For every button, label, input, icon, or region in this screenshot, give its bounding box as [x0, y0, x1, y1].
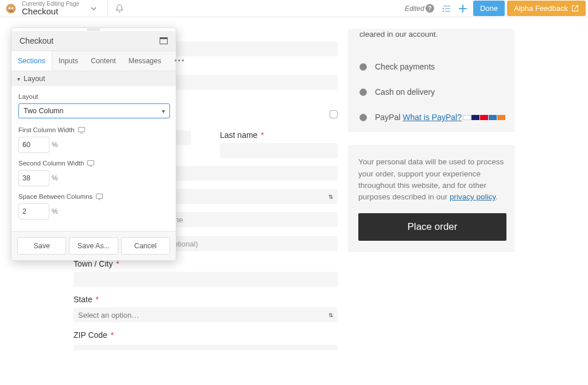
maximize-icon[interactable]: [160, 37, 168, 44]
percent-unit: %: [52, 207, 63, 215]
editor-topbar: Currently Editing Page Checkout Edited ?…: [0, 0, 588, 17]
layout-section-header[interactable]: ▾ Layout: [11, 71, 176, 86]
desktop-icon[interactable]: [96, 194, 103, 199]
last-name-label: Last name: [220, 130, 257, 140]
notifications-button[interactable]: [108, 0, 131, 17]
radio-icon: [359, 114, 367, 121]
desktop-icon[interactable]: [87, 160, 94, 165]
payment-option-label: PayPal: [375, 113, 400, 122]
panel-save-as-button[interactable]: Save As...: [69, 237, 118, 255]
page-dropdown-toggle[interactable]: [79, 0, 108, 17]
layout-field-label: Layout: [18, 93, 170, 100]
second-col-width-label: Second Column Width: [18, 160, 84, 167]
page-title: Checkout: [22, 7, 79, 17]
payment-option-check[interactable]: Check payments: [348, 54, 514, 79]
payment-option-cod[interactable]: Cash on delivery: [348, 79, 514, 105]
help-icon[interactable]: ?: [425, 4, 434, 13]
panel-cancel-button[interactable]: Cancel: [121, 237, 170, 255]
percent-unit: %: [52, 174, 63, 182]
layout-dropdown[interactable]: Two Column ▾: [18, 103, 170, 118]
chevron-down-icon: ▾: [17, 76, 20, 82]
svg-point-1: [9, 7, 10, 9]
payment-option-label: Check payments: [375, 62, 435, 71]
done-button[interactable]: Done: [473, 1, 505, 16]
privacy-text: Your personal data will be used to proce…: [358, 156, 504, 203]
last-name-input[interactable]: [220, 143, 338, 158]
panel-save-button[interactable]: Save: [17, 237, 66, 255]
payment-methods: cleared in our account. Check payments C…: [348, 29, 514, 132]
first-col-width-label: First Column Width: [18, 126, 75, 133]
state-select-placeholder: Select an option…: [78, 311, 139, 319]
panel-title: Checkout: [20, 36, 160, 45]
tab-sections[interactable]: Sections: [11, 51, 52, 71]
radio-icon: [359, 63, 367, 71]
chevron-updown-icon: ⇅: [328, 194, 333, 200]
tab-inputs[interactable]: Inputs: [52, 51, 84, 71]
tab-more-button[interactable]: •••: [168, 52, 192, 70]
privacy-order-box: Your personal data will be used to proce…: [348, 145, 514, 252]
svg-point-2: [11, 7, 13, 9]
town-input[interactable]: [74, 272, 338, 287]
svg-point-6: [443, 8, 444, 9]
payment-option-paypal[interactable]: PayPal What is PayPal?: [348, 105, 514, 130]
privacy-policy-link[interactable]: privacy policy: [450, 192, 496, 201]
svg-point-7: [443, 10, 444, 11]
alpha-feedback-label: Alpha Feedback: [514, 4, 568, 13]
state-label: State: [74, 295, 92, 304]
bank-transfer-note-fragment: cleared in our account.: [359, 29, 503, 51]
edited-indicator: Edited: [405, 5, 424, 13]
desktop-icon[interactable]: [78, 127, 85, 132]
sidebar-column: cleared in our account. Check payments C…: [348, 29, 514, 352]
panel-body[interactable]: ▾ Layout Layout Two Column ▾ First Colum…: [11, 71, 176, 231]
ship-to-different-checkbox[interactable]: [330, 110, 338, 118]
state-select[interactable]: Select an option… ⇅: [74, 307, 338, 322]
page-block[interactable]: Currently Editing Page Checkout: [22, 1, 79, 17]
percent-unit: %: [52, 141, 63, 149]
settings-panel: Checkout Sections Inputs Content Message…: [11, 28, 176, 261]
alpha-feedback-button[interactable]: Alpha Feedback: [507, 1, 586, 16]
brand-logo[interactable]: [2, 0, 20, 17]
place-order-button[interactable]: Place order: [358, 213, 506, 241]
layout-section-label: Layout: [24, 75, 45, 83]
panel-header: Checkout: [11, 31, 176, 51]
tab-content[interactable]: Content: [84, 51, 122, 71]
layout-dropdown-value: Two Column: [24, 107, 63, 115]
second-col-width-input[interactable]: [18, 170, 49, 186]
zip-label: ZIP Code: [74, 330, 107, 340]
card-brand-icons: [463, 115, 505, 120]
panel-footer: Save Save As... Cancel: [11, 231, 176, 260]
outline-button[interactable]: [439, 1, 455, 17]
add-button[interactable]: [455, 1, 471, 17]
payment-option-label: Cash on delivery: [375, 87, 435, 97]
radio-icon: [359, 88, 367, 96]
first-col-width-input[interactable]: [18, 137, 49, 153]
zip-input[interactable]: [74, 345, 338, 351]
what-is-paypal-link[interactable]: What is PayPal?: [403, 113, 462, 122]
chevron-down-icon: ▾: [162, 108, 165, 114]
svg-point-0: [6, 3, 16, 13]
panel-tabs: Sections Inputs Content Messages •••: [11, 51, 176, 71]
space-between-label: Space Between Columns: [18, 193, 92, 200]
chevron-updown-icon: ⇅: [328, 312, 333, 318]
space-between-input[interactable]: [18, 203, 49, 220]
tab-messages[interactable]: Messages: [122, 51, 168, 71]
